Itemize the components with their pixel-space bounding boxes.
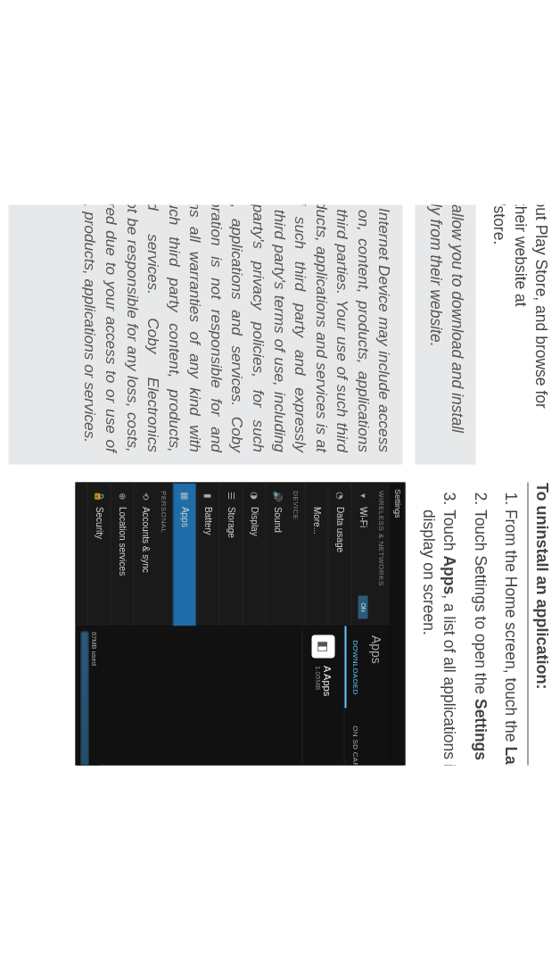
step-3: Touch Apps, a list of all applications i…: [417, 510, 459, 766]
sidebar-item-security[interactable]: 🔒 Security: [87, 484, 111, 626]
apps-panel: Apps DOWNLOADED ON SD CARD RUNNING ALL ◧…: [77, 626, 391, 766]
app-row[interactable]: ◧ A Apps 1.05MB: [302, 626, 344, 766]
app-size: 1.05MB: [314, 666, 322, 696]
step-1: From the Home screen, touch the Launcher…: [499, 510, 521, 766]
apps-tabs: DOWNLOADED ON SD CARD RUNNING ALL: [344, 626, 364, 766]
sidebar-item-display[interactable]: ◑ Display: [243, 484, 266, 626]
location-icon: ⊕: [118, 491, 128, 502]
bullet-tip: ✦ You can learn more about Play Store, a…: [488, 205, 551, 465]
wifi-icon: ▾: [358, 491, 368, 502]
step-2: Touch Settings to open the Settings menu…: [469, 510, 490, 766]
storage-used: 67MB used: [90, 632, 98, 666]
sidebar-item-more[interactable]: More...: [305, 484, 328, 626]
storage-icon: ☰: [226, 491, 236, 502]
sidebar-item-apps[interactable]: ▦ Apps: [173, 484, 196, 626]
settings-sidebar: WIRELESS & NETWORKS ▾ Wi-Fi ON ◔ Data us…: [77, 484, 391, 626]
sidebar-item-accounts[interactable]: ⟲ Accounts & sync: [134, 484, 157, 626]
storage-track: [81, 632, 89, 766]
lock-icon: 🔒: [95, 491, 104, 502]
sidebar-item-wifi[interactable]: ▾ Wi-Fi ON: [351, 484, 375, 626]
warning-callout: Your Coby Mobile Internet Device may inc…: [9, 205, 403, 465]
battery-icon: ▮: [203, 491, 213, 502]
info-callout: i Some developers allow you to download …: [416, 205, 475, 465]
sidebar-item-battery[interactable]: ▮ Battery: [196, 484, 219, 626]
panel-title: Apps: [364, 626, 391, 766]
display-icon: ◑: [250, 491, 259, 502]
storage-bar: 67MB used Internal storage 1.5GB free: [77, 626, 100, 766]
bullet-text: You can learn more about Play Store, and…: [488, 205, 551, 465]
steps-list: From the Home screen, touch the Launcher…: [408, 483, 522, 766]
sync-icon: ⟲: [141, 491, 151, 502]
section-header: DEVICE: [289, 484, 305, 626]
sidebar-item-sound[interactable]: 🔊 Sound: [266, 484, 289, 626]
section-header: WIRELESS & NETWORKS: [375, 484, 391, 626]
app-title: Settings: [393, 489, 402, 518]
warning-text: Your Coby Mobile Internet Device may inc…: [78, 205, 393, 452]
app-name: A Apps: [322, 666, 333, 696]
sidebar-item-storage[interactable]: ☰ Storage: [219, 484, 243, 626]
sidebar-item-data-usage[interactable]: ◔ Data usage: [328, 484, 351, 626]
section-heading: To uninstall an application:: [528, 483, 551, 766]
wifi-toggle[interactable]: ON: [358, 595, 368, 619]
status-bar: Settings ⋮: [391, 484, 405, 766]
apps-icon: ▦: [180, 491, 190, 502]
sound-icon: 🔊: [273, 491, 283, 502]
data-icon: ◔: [335, 491, 345, 502]
section-header: PERSONAL: [157, 484, 173, 626]
tab-downloaded[interactable]: DOWNLOADED: [345, 626, 364, 709]
app-icon: ◧: [312, 635, 335, 659]
tab-on-sd[interactable]: ON SD CARD: [345, 709, 364, 766]
sidebar-item-location[interactable]: ⊕ Location services: [111, 484, 134, 626]
callout-text: Some developers allow you to download an…: [424, 205, 466, 452]
android-settings-screenshot: Settings ⋮ WIRELESS & NETWORKS ▾ Wi-Fi O…: [76, 483, 406, 766]
